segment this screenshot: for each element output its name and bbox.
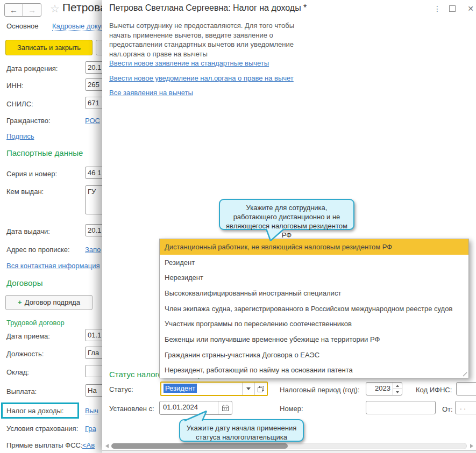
chevron-down-icon: [246, 387, 251, 390]
calendar-button[interactable]: [218, 401, 232, 414]
all-deduction-applications-link[interactable]: Все заявления на вычеты: [109, 89, 193, 97]
set-from-label: Установлен с:: [109, 405, 154, 413]
ifns-code-label: Код ИФНС:: [416, 386, 452, 394]
tooltip-pointer-up: [182, 409, 213, 422]
nav-forward-button[interactable]: →: [23, 3, 41, 17]
number-label: Номер:: [280, 405, 303, 413]
from-date-field[interactable]: . .: [455, 401, 476, 414]
add-contract-button[interactable]: +Договор подряда: [5, 295, 93, 310]
dropdown-item-nonresident[interactable]: Нерезидент: [160, 270, 468, 285]
dropdown-item-resettlement[interactable]: Участник программы по переселению соотеч…: [160, 316, 468, 332]
favorite-star-icon[interactable]: ☆: [50, 2, 60, 15]
tab-main[interactable]: Основное: [6, 22, 39, 30]
inn-label: ИНН:: [6, 82, 24, 90]
dialog-menu-icon[interactable]: ⋮: [431, 4, 443, 13]
scroll-left-icon[interactable]: [105, 444, 109, 448]
birth-date-label: Дата рождения:: [6, 64, 58, 73]
contracts-section-heading: Договоры: [6, 278, 42, 287]
status-label: Статус:: [109, 385, 133, 393]
issued-by-label: Кем выдан:: [6, 188, 44, 196]
signature-link[interactable]: Подпись: [6, 132, 34, 140]
scrollbar-thumb[interactable]: [111, 443, 288, 449]
remote-worker-tooltip: Укажите для сотрудника, работающего дист…: [219, 199, 354, 230]
fss-link[interactable]: <Ав: [82, 441, 95, 449]
dropdown-item-resident[interactable]: Резидент: [160, 255, 468, 270]
labor-contract-heading: Трудовой договор: [6, 319, 65, 327]
add-contract-label: Договор подряда: [25, 298, 80, 306]
position-label: Должность:: [6, 350, 44, 358]
dropdown-item-patent[interactable]: Нерезидент, работающий по найму на основ…: [160, 362, 468, 378]
save-and-close-button[interactable]: Записать и закрыть: [5, 40, 93, 55]
fss-label: Прямые выплаты ФСС:: [6, 441, 83, 449]
dropdown-item-remote-nonresident[interactable]: Дистанционный работник, не являющийся на…: [160, 239, 468, 255]
new-tax-notification-link[interactable]: Ввести новое уведомление нал.органа о пр…: [109, 74, 294, 82]
dialog-maximize-icon[interactable]: [449, 5, 456, 12]
all-contacts-link[interactable]: Вся контактная информация: [6, 262, 100, 270]
status-date-tooltip: Укажите дату начала применения статуса н…: [179, 419, 304, 442]
spinner-up-icon[interactable]: [393, 383, 402, 389]
dropdown-item-refugees[interactable]: Беженцы или получившие временное убежище…: [160, 332, 468, 347]
app-screen: ← → ☆ Петрова Светлана Сергеевна Основно…: [0, 0, 476, 453]
tax-period-value[interactable]: 2023: [366, 383, 393, 395]
citizenship-label: Гражданство:: [6, 117, 51, 125]
address-label: Адрес по прописке:: [6, 246, 70, 254]
passport-series-label: Серия и номер:: [6, 170, 57, 178]
citizenship-link[interactable]: РОС: [85, 117, 100, 125]
open-in-window-icon: [258, 386, 264, 392]
deductions-info-text: Вычеты сотруднику не предоставляются. Дл…: [109, 21, 302, 59]
salary-label: Оклад:: [6, 368, 29, 376]
dropdown-item-ship-crew[interactable]: Член экипажа судна, зарегистрированного …: [160, 301, 468, 317]
payment-label: Выплата:: [6, 387, 37, 396]
calendar-icon: [222, 405, 229, 412]
tooltip-pointer-down: [261, 228, 293, 242]
from-date-label: От:: [442, 405, 453, 413]
issue-date-label: Дата выдачи:: [6, 227, 50, 235]
taxpayer-status-dropdown: Дистанционный работник, не являющийся на…: [159, 239, 469, 378]
dropdown-item-hqs[interactable]: Высококвалифицированный иностранный спец…: [160, 285, 468, 301]
status-open-button[interactable]: [254, 383, 267, 395]
nav-back-button[interactable]: ←: [4, 3, 23, 17]
number-field[interactable]: [366, 401, 436, 414]
insurance-label: Условия страхования:: [6, 425, 78, 433]
status-combobox[interactable]: Резидент: [160, 382, 268, 396]
tax-period-spinner[interactable]: 2023: [366, 382, 402, 396]
dialog-close-icon[interactable]: ✕: [465, 4, 476, 13]
spinner-down-icon[interactable]: [393, 389, 402, 395]
status-selected-value: Резидент: [164, 384, 197, 393]
income-tax-label: Налог на доходы:: [6, 407, 63, 415]
tax-period-label: Налоговый период (год):: [280, 386, 360, 394]
passport-section-heading: Паспортные данные: [6, 148, 83, 157]
hire-date-label: Дата приема:: [6, 332, 50, 340]
dropdown-resize-grip[interactable]: [462, 371, 467, 377]
insurance-link[interactable]: Гра: [85, 425, 96, 433]
scroll-right-icon[interactable]: [470, 444, 473, 448]
ifns-code-field[interactable]: [456, 382, 476, 396]
snils-label: СНИЛС:: [6, 100, 33, 108]
dialog-title: Петрова Светлана Сергеевна: Налог на дох…: [109, 3, 307, 13]
horizontal-scrollbar[interactable]: [105, 443, 473, 450]
tax-income-dialog: Петрова Светлана Сергеевна: Налог на дох…: [102, 0, 476, 453]
status-value-area[interactable]: Резидент: [161, 383, 242, 395]
address-link[interactable]: Запо: [85, 246, 101, 254]
new-standard-deduction-link[interactable]: Ввести новое заявление на стандартные вы…: [109, 59, 269, 67]
plus-icon: +: [18, 298, 22, 306]
dialog-bottom-edge: [102, 450, 476, 453]
income-tax-link[interactable]: Выч: [85, 407, 98, 415]
dropdown-item-eaeu[interactable]: Гражданин страны-участника Договора о ЕА…: [160, 347, 468, 363]
status-dropdown-button[interactable]: [242, 383, 254, 395]
